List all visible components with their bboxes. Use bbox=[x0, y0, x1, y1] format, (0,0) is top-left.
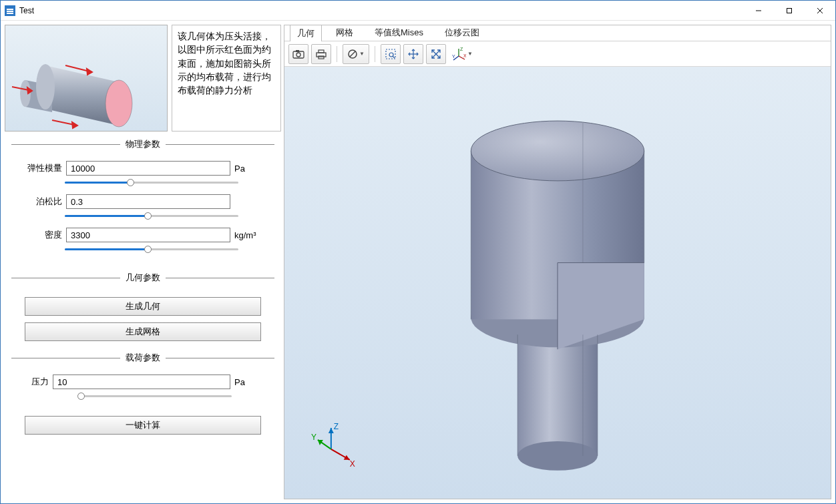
svg-point-44 bbox=[471, 121, 644, 181]
physics-group-title: 物理参数 bbox=[120, 138, 166, 150]
poisson-slider[interactable] bbox=[65, 212, 238, 221]
tab-strip: 几何 网格 等值线Mises 位移云图 bbox=[284, 25, 831, 41]
body: 该几何体为压头活接，以图中所示红色面为约束面，施加如图箭头所示的均布载荷，进行均… bbox=[1, 21, 835, 503]
toolbar-separator bbox=[375, 46, 375, 62]
minimize-button[interactable] bbox=[743, 1, 774, 21]
elastic-modulus-slider[interactable] bbox=[65, 178, 238, 188]
density-input[interactable] bbox=[66, 228, 230, 242]
svg-text:Y: Y bbox=[452, 54, 455, 59]
zoom-area-icon bbox=[385, 48, 397, 60]
pan-button[interactable] bbox=[403, 44, 423, 64]
geometry-group-title: 几何参数 bbox=[120, 272, 166, 284]
printer-icon bbox=[315, 49, 327, 59]
axis-triad-icon: Z X Y bbox=[451, 47, 466, 61]
forbid-button[interactable]: ▼ bbox=[343, 44, 369, 64]
right-panel: 几何 网格 等值线Mises 位移云图 ▼ bbox=[284, 25, 831, 499]
model-render: Z X Y bbox=[284, 67, 831, 499]
triad-y-label: Y bbox=[311, 433, 317, 442]
density-slider[interactable] bbox=[65, 245, 238, 254]
axis-triad-button[interactable]: Z X Y ▼ bbox=[449, 44, 475, 64]
load-group-header: 载荷参数 bbox=[11, 352, 274, 364]
pressure-input[interactable] bbox=[53, 374, 230, 389]
triad-x-label: X bbox=[350, 459, 355, 469]
dropdown-arrow-icon: ▼ bbox=[359, 51, 365, 57]
density-label: 密度 bbox=[25, 229, 62, 241]
geometry-thumbnail bbox=[5, 25, 168, 132]
svg-rect-1 bbox=[7, 11, 13, 12]
svg-text:X: X bbox=[463, 53, 466, 58]
svg-rect-0 bbox=[7, 9, 13, 10]
physics-group-header: 物理参数 bbox=[11, 138, 274, 150]
title-left: Test bbox=[5, 5, 34, 16]
svg-marker-13 bbox=[87, 69, 92, 75]
load-group-body: 压力 Pa 一键计算 bbox=[5, 368, 281, 439]
svg-marker-15 bbox=[72, 122, 77, 128]
viewport-triad: Z X Y bbox=[311, 422, 355, 469]
geometry-group-body: 生成几何 生成网格 bbox=[5, 288, 281, 345]
generate-mesh-button[interactable]: 生成网格 bbox=[25, 322, 261, 341]
elastic-modulus-row: 弹性模量 Pa bbox=[25, 161, 261, 176]
poisson-label: 泊松比 bbox=[25, 196, 62, 208]
svg-rect-21 bbox=[319, 56, 324, 59]
tab-mesh[interactable]: 网格 bbox=[329, 24, 361, 41]
svg-text:Z: Z bbox=[460, 47, 463, 51]
geometry-group-header: 几何参数 bbox=[11, 272, 274, 284]
tab-geometry[interactable]: 几何 bbox=[290, 25, 322, 41]
screenshot-button[interactable] bbox=[288, 44, 308, 64]
3d-viewport[interactable]: Z X Y bbox=[284, 67, 831, 499]
poisson-input[interactable] bbox=[66, 194, 230, 209]
svg-point-38 bbox=[517, 441, 598, 471]
svg-marker-52 bbox=[329, 428, 334, 433]
generate-geometry-button[interactable]: 生成几何 bbox=[25, 297, 261, 316]
left-panel: 该几何体为压头活接，以图中所示红色面为约束面，施加如图箭头所示的均布载荷，进行均… bbox=[5, 25, 281, 499]
elastic-modulus-unit: Pa bbox=[234, 164, 261, 174]
physics-group-body: 弹性模量 Pa 泊松比 密度 kg/m³ bbox=[5, 154, 281, 265]
close-button[interactable] bbox=[805, 1, 835, 21]
density-row: 密度 kg/m³ bbox=[25, 228, 261, 242]
fit-view-button[interactable] bbox=[426, 44, 446, 64]
pressure-row: 压力 Pa bbox=[25, 374, 261, 389]
fit-icon bbox=[430, 48, 442, 60]
move-arrows-icon bbox=[407, 48, 419, 60]
pressure-slider[interactable] bbox=[78, 392, 232, 401]
svg-line-26 bbox=[393, 56, 395, 58]
titlebar: Test bbox=[1, 1, 835, 21]
elastic-modulus-label: 弹性模量 bbox=[25, 162, 62, 174]
window-title: Test bbox=[19, 6, 34, 15]
elastic-modulus-input[interactable] bbox=[66, 161, 230, 176]
tab-displacement[interactable]: 位移云图 bbox=[437, 24, 487, 41]
svg-rect-2 bbox=[7, 13, 13, 14]
app-icon bbox=[5, 5, 15, 16]
toolbar-separator bbox=[337, 46, 337, 62]
svg-point-9 bbox=[106, 80, 132, 127]
dropdown-arrow-icon: ▼ bbox=[467, 51, 473, 57]
tab-mises[interactable]: 等值线Mises bbox=[367, 24, 431, 41]
svg-rect-4 bbox=[787, 8, 792, 13]
viewport-toolbar: ▼ Z X Y bbox=[284, 41, 831, 67]
window-buttons bbox=[743, 1, 835, 21]
no-symbol-icon bbox=[347, 49, 358, 59]
triad-z-label: Z bbox=[334, 422, 339, 431]
density-unit: kg/m³ bbox=[234, 230, 261, 240]
maximize-button[interactable] bbox=[774, 1, 805, 21]
app-window: Test bbox=[0, 0, 836, 504]
compute-button[interactable]: 一键计算 bbox=[25, 416, 261, 435]
print-button[interactable] bbox=[311, 44, 331, 64]
load-group-title: 载荷参数 bbox=[120, 352, 166, 364]
description-box: 该几何体为压头活接，以图中所示红色面为约束面，施加如图箭头所示的均布载荷，进行均… bbox=[172, 25, 281, 132]
svg-rect-18 bbox=[296, 50, 299, 52]
svg-rect-20 bbox=[319, 50, 324, 53]
pressure-unit: Pa bbox=[234, 377, 261, 387]
top-row: 该几何体为压头活接，以图中所示红色面为约束面，施加如图箭头所示的均布载荷，进行均… bbox=[5, 25, 281, 132]
svg-point-8 bbox=[36, 64, 55, 109]
svg-point-17 bbox=[296, 53, 300, 57]
svg-line-23 bbox=[350, 51, 355, 57]
svg-point-25 bbox=[389, 53, 393, 57]
pressure-label: 压力 bbox=[25, 376, 49, 388]
poisson-row: 泊松比 bbox=[25, 194, 261, 209]
zoom-area-button[interactable] bbox=[381, 44, 401, 64]
camera-icon bbox=[292, 49, 304, 59]
